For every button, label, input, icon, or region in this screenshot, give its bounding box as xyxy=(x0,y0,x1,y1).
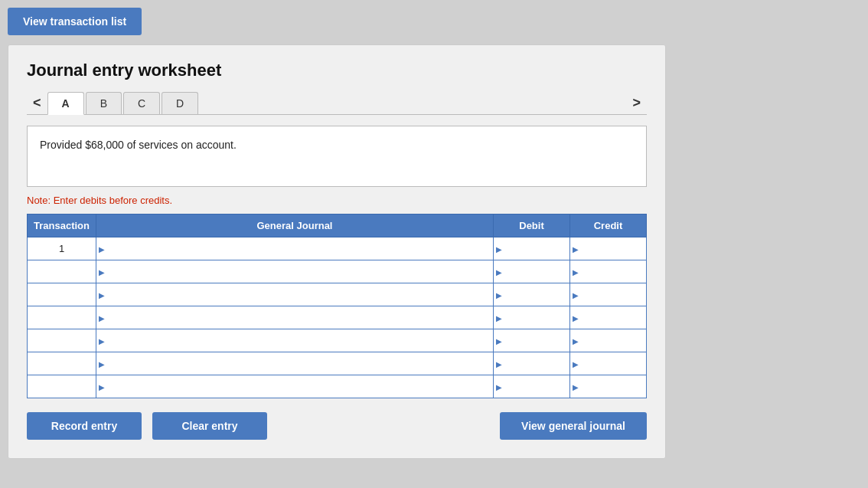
credit-input[interactable] xyxy=(570,375,646,398)
general-journal-cell[interactable]: ▶ xyxy=(96,352,494,375)
row-arrow-icon: ▶ xyxy=(99,244,105,253)
row-arrow-icon: ▶ xyxy=(99,290,105,299)
row-arrow-icon: ▶ xyxy=(99,359,105,368)
table-row: 1▶▶▶ xyxy=(28,237,647,260)
general-journal-cell[interactable]: ▶ xyxy=(96,260,494,283)
tab-nav-left-button[interactable]: < xyxy=(27,92,47,114)
credit-arrow-icon: ▶ xyxy=(573,359,579,368)
debit-input[interactable] xyxy=(494,375,569,398)
note-text: Note: Enter debits before credits. xyxy=(27,195,647,206)
journal-table: Transaction General Journal Debit Credit… xyxy=(27,214,647,398)
debit-arrow-icon: ▶ xyxy=(496,336,502,345)
transaction-cell xyxy=(28,260,96,283)
general-journal-input[interactable] xyxy=(96,329,493,352)
general-journal-input[interactable] xyxy=(96,260,493,283)
worksheet-container: Journal entry worksheet < A B C D > Prov… xyxy=(8,44,666,459)
top-bar: View transaction list xyxy=(8,8,860,35)
row-arrow-icon: ▶ xyxy=(99,267,105,276)
credit-arrow-icon: ▶ xyxy=(573,267,579,276)
worksheet-title: Journal entry worksheet xyxy=(27,61,647,80)
col-debit: Debit xyxy=(494,215,570,237)
tabs-row: < A B C D > xyxy=(27,91,647,115)
credit-input[interactable] xyxy=(570,329,646,352)
general-journal-input[interactable] xyxy=(96,352,493,375)
debit-input[interactable] xyxy=(494,329,569,352)
tab-d[interactable]: D xyxy=(162,92,198,114)
table-row: ▶▶▶ xyxy=(28,306,647,329)
credit-input[interactable] xyxy=(570,237,646,260)
debit-input[interactable] xyxy=(494,260,569,283)
table-row: ▶▶▶ xyxy=(28,283,647,306)
credit-cell[interactable]: ▶ xyxy=(570,352,647,375)
row-arrow-icon: ▶ xyxy=(99,336,105,345)
credit-arrow-icon: ▶ xyxy=(573,244,579,253)
tab-b[interactable]: B xyxy=(86,92,122,114)
view-transaction-button[interactable]: View transaction list xyxy=(8,8,142,35)
debit-input[interactable] xyxy=(494,237,569,260)
row-arrow-icon: ▶ xyxy=(99,313,105,322)
view-general-journal-button[interactable]: View general journal xyxy=(500,412,647,440)
transaction-cell xyxy=(28,329,96,352)
transaction-cell xyxy=(28,306,96,329)
col-credit: Credit xyxy=(570,215,647,237)
debit-cell[interactable]: ▶ xyxy=(494,260,570,283)
clear-entry-button[interactable]: Clear entry xyxy=(152,412,267,440)
transaction-cell: 1 xyxy=(28,237,96,260)
debit-arrow-icon: ▶ xyxy=(496,244,502,253)
credit-cell[interactable]: ▶ xyxy=(570,283,647,306)
description-box: Provided $68,000 of services on account. xyxy=(27,126,647,187)
debit-cell[interactable]: ▶ xyxy=(494,329,570,352)
credit-cell[interactable]: ▶ xyxy=(570,306,647,329)
table-row: ▶▶▶ xyxy=(28,260,647,283)
general-journal-cell[interactable]: ▶ xyxy=(96,329,494,352)
credit-arrow-icon: ▶ xyxy=(573,313,579,322)
general-journal-cell[interactable]: ▶ xyxy=(96,306,494,329)
table-row: ▶▶▶ xyxy=(28,352,647,375)
credit-input[interactable] xyxy=(570,306,646,329)
table-row: ▶▶▶ xyxy=(28,375,647,398)
general-journal-cell[interactable]: ▶ xyxy=(96,237,494,260)
transaction-cell xyxy=(28,352,96,375)
credit-cell[interactable]: ▶ xyxy=(570,375,647,398)
credit-input[interactable] xyxy=(570,283,646,306)
record-entry-button[interactable]: Record entry xyxy=(27,412,142,440)
debit-cell[interactable]: ▶ xyxy=(494,375,570,398)
debit-input[interactable] xyxy=(494,283,569,306)
col-general-journal: General Journal xyxy=(96,215,494,237)
credit-arrow-icon: ▶ xyxy=(573,290,579,299)
debit-input[interactable] xyxy=(494,306,569,329)
debit-cell[interactable]: ▶ xyxy=(494,352,570,375)
debit-arrow-icon: ▶ xyxy=(496,267,502,276)
debit-cell[interactable]: ▶ xyxy=(494,237,570,260)
debit-cell[interactable]: ▶ xyxy=(494,306,570,329)
debit-arrow-icon: ▶ xyxy=(496,359,502,368)
credit-input[interactable] xyxy=(570,352,646,375)
row-arrow-icon: ▶ xyxy=(99,382,105,391)
credit-input[interactable] xyxy=(570,260,646,283)
credit-arrow-icon: ▶ xyxy=(573,336,579,345)
debit-cell[interactable]: ▶ xyxy=(494,283,570,306)
general-journal-input[interactable] xyxy=(96,237,493,260)
tab-nav-right-button[interactable]: > xyxy=(626,92,647,114)
debit-input[interactable] xyxy=(494,352,569,375)
debit-arrow-icon: ▶ xyxy=(496,382,502,391)
tab-c[interactable]: C xyxy=(123,92,160,114)
col-transaction: Transaction xyxy=(28,215,96,237)
tab-a[interactable]: A xyxy=(47,92,84,115)
general-journal-cell[interactable]: ▶ xyxy=(96,375,494,398)
table-row: ▶▶▶ xyxy=(28,329,647,352)
general-journal-input[interactable] xyxy=(96,283,493,306)
buttons-row: Record entry Clear entry View general jo… xyxy=(27,412,647,440)
general-journal-input[interactable] xyxy=(96,375,493,398)
transaction-cell xyxy=(28,375,96,398)
debit-arrow-icon: ▶ xyxy=(496,290,502,299)
credit-cell[interactable]: ▶ xyxy=(570,329,647,352)
general-journal-input[interactable] xyxy=(96,306,493,329)
credit-cell[interactable]: ▶ xyxy=(570,260,647,283)
debit-arrow-icon: ▶ xyxy=(496,313,502,322)
credit-cell[interactable]: ▶ xyxy=(570,237,647,260)
credit-arrow-icon: ▶ xyxy=(573,382,579,391)
general-journal-cell[interactable]: ▶ xyxy=(96,283,494,306)
transaction-cell xyxy=(28,283,96,306)
